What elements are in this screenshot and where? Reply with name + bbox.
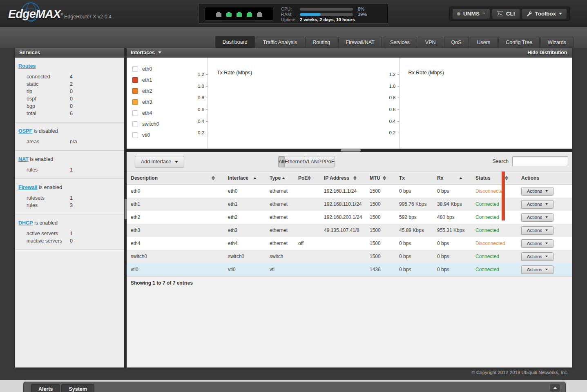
column-header-rx[interactable]: Rx bbox=[433, 172, 471, 184]
actions-button[interactable]: Actions bbox=[521, 265, 554, 274]
legend-item-eth2[interactable]: eth2 bbox=[132, 85, 189, 96]
tab-routing[interactable]: Routing bbox=[305, 37, 337, 48]
column-label: IP Address bbox=[324, 175, 349, 181]
tab-vpn[interactable]: VPN bbox=[418, 37, 443, 48]
column-header-mtu[interactable]: MTU bbox=[366, 172, 395, 184]
column-label: Description bbox=[131, 175, 158, 181]
legend-item-eth1[interactable]: eth1 bbox=[132, 74, 189, 85]
chevron-down-icon bbox=[545, 229, 548, 231]
cell: ethernet bbox=[266, 241, 294, 246]
column-header-ip-address[interactable]: IP Address bbox=[320, 172, 366, 184]
cell: 1500 bbox=[366, 254, 395, 259]
column-header-description[interactable]: Description bbox=[127, 172, 224, 184]
cell: 0 bps bbox=[395, 254, 433, 259]
actions-button[interactable]: Actions bbox=[521, 213, 554, 222]
search-input[interactable] bbox=[512, 156, 568, 166]
nat-link[interactable]: NAT bbox=[18, 156, 29, 162]
column-header-poe[interactable]: PoE bbox=[294, 172, 320, 184]
filter-vlan[interactable]: VLAN bbox=[304, 156, 318, 167]
cell: eth1 bbox=[127, 201, 224, 207]
bottom-tab-system[interactable]: System bbox=[61, 384, 94, 392]
checkbox-switch0[interactable] bbox=[132, 121, 138, 127]
tab-services[interactable]: Services bbox=[383, 37, 417, 48]
tab-dashboard[interactable]: Dashboard bbox=[215, 36, 255, 48]
interfaces-dropdown[interactable]: Interfaces bbox=[131, 50, 161, 56]
status-badge: Connected bbox=[471, 254, 517, 259]
dhcp-link[interactable]: DHCP bbox=[18, 220, 33, 226]
cell: 0 bps bbox=[395, 267, 433, 272]
actions-cell: Actions bbox=[517, 252, 572, 261]
chart-scrollbar-thumb[interactable] bbox=[341, 149, 361, 151]
cell: 1500 bbox=[366, 201, 395, 207]
table-row-eth4: eth4eth4ethernetoff15000 bps0 bpsDisconn… bbox=[127, 237, 572, 250]
checkbox-eth0[interactable] bbox=[132, 66, 138, 72]
cell: off bbox=[294, 241, 320, 246]
filter-all[interactable]: All bbox=[278, 156, 285, 167]
chevron-down-icon bbox=[545, 243, 548, 244]
legend-item-vti0[interactable]: vti0 bbox=[132, 129, 189, 140]
chevron-down-icon bbox=[158, 51, 161, 53]
filter-ethernet[interactable]: Ethernet bbox=[284, 156, 304, 167]
stat-row-rip: rip0 bbox=[15, 88, 125, 95]
legend-label: eth3 bbox=[142, 99, 152, 105]
collapse-button[interactable] bbox=[549, 384, 560, 392]
toolbox-button[interactable]: Toolbox bbox=[522, 9, 567, 19]
actions-button[interactable]: Actions bbox=[521, 187, 554, 196]
column-label: PoE bbox=[298, 175, 308, 181]
tab-users[interactable]: Users bbox=[470, 37, 498, 48]
cell: 0 bps bbox=[433, 188, 471, 194]
checkbox-eth1[interactable] bbox=[132, 77, 138, 83]
checkbox-vti0[interactable] bbox=[132, 132, 138, 138]
cli-button[interactable]: CLI bbox=[492, 9, 520, 19]
tab-config-tree[interactable]: Config Tree bbox=[498, 37, 540, 48]
device-image bbox=[205, 7, 273, 20]
unms-status-dot bbox=[457, 12, 460, 16]
table-row-eth1: eth1eth1ethernet192.168.110.1/241500995.… bbox=[127, 198, 572, 211]
legend-item-eth3[interactable]: eth3 bbox=[132, 96, 189, 107]
stat-label: rulesets bbox=[27, 195, 45, 201]
y-tick-label: 0.4 bbox=[198, 118, 204, 124]
ospf-link[interactable]: OSPF bbox=[18, 128, 32, 134]
tab-traffic-analysis[interactable]: Traffic Analysis bbox=[256, 37, 304, 48]
checkbox-eth2[interactable] bbox=[132, 88, 138, 94]
unms-button[interactable]: UNMS ™ bbox=[452, 9, 490, 19]
legend-item-eth0[interactable]: eth0 bbox=[132, 63, 189, 74]
checkbox-eth3[interactable] bbox=[132, 99, 138, 105]
tab-wizards[interactable]: Wizards bbox=[540, 37, 574, 48]
y-tick-label: 0.6 bbox=[198, 107, 204, 112]
tab-firewall-nat[interactable]: Firewall/NAT bbox=[338, 37, 382, 48]
actions-button[interactable]: Actions bbox=[521, 200, 554, 209]
status-badge: Connected bbox=[471, 201, 517, 207]
hide-distribution-button[interactable]: Hide Distribution bbox=[527, 50, 567, 56]
column-label: Type bbox=[270, 175, 281, 181]
product-version: EdgeRouter X v2.0.4 bbox=[64, 14, 112, 20]
chevron-down-icon bbox=[545, 256, 548, 257]
stat-label: connected bbox=[27, 74, 50, 80]
stat-label: rules bbox=[27, 203, 38, 208]
legend-item-eth4[interactable]: eth4 bbox=[132, 107, 189, 118]
chart-legend: eth0eth1eth2eth3eth4switch0vti0 bbox=[127, 58, 189, 152]
cell: ethernet bbox=[266, 227, 294, 233]
routes-link[interactable]: Routes bbox=[18, 63, 36, 69]
chart-scrollbar[interactable] bbox=[127, 149, 572, 152]
actions-button[interactable]: Actions bbox=[521, 252, 554, 261]
distribution-charts: eth0eth1eth2eth3eth4switch0vti0 1.21.00.… bbox=[127, 58, 572, 152]
checkbox-eth4[interactable] bbox=[132, 110, 138, 116]
trademark: ™ bbox=[482, 12, 485, 15]
add-interface-button[interactable]: Add Interface bbox=[135, 156, 184, 167]
tab-qos[interactable]: QoS bbox=[444, 37, 469, 48]
legend-item-switch0[interactable]: switch0 bbox=[132, 118, 189, 129]
cell: 38.94 Kbps bbox=[433, 201, 471, 207]
column-header-interface[interactable]: Interface bbox=[224, 172, 266, 184]
actions-button[interactable]: Actions bbox=[521, 239, 554, 248]
column-header-type[interactable]: Type bbox=[266, 172, 294, 184]
stat-row-bgp: bgp0 bbox=[15, 102, 125, 110]
bottom-tab-alerts[interactable]: Alerts bbox=[31, 384, 60, 392]
stat-value: 2 bbox=[70, 80, 73, 88]
cell: switch0 bbox=[127, 254, 224, 259]
port-0-disconnected bbox=[216, 13, 221, 17]
filter-pppoe[interactable]: PPPoE bbox=[318, 156, 335, 167]
actions-button[interactable]: Actions bbox=[521, 226, 554, 235]
column-header-status[interactable]: Status bbox=[471, 172, 517, 184]
firewall-link[interactable]: Firewall bbox=[18, 185, 38, 190]
